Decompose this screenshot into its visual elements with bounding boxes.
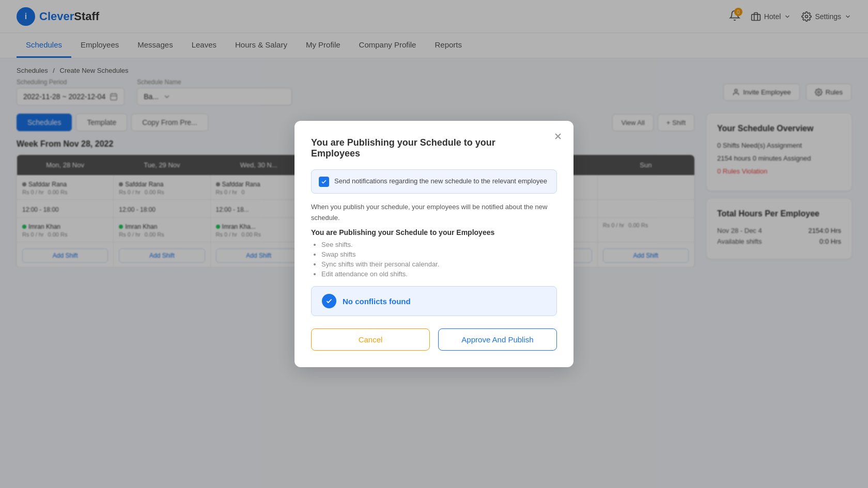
modal-close-button[interactable] — [553, 131, 563, 145]
modal-title: You are Publishing your Schedule to your… — [311, 137, 557, 159]
list-item-1: See shifts. — [321, 241, 557, 248]
checkbox-checked-icon — [319, 177, 329, 187]
list-item-2: Swap shifts — [321, 250, 557, 258]
modal-overlay: You are Publishing your Schedule to your… — [0, 0, 868, 267]
modal-list: See shifts. Swap shifts Sync shifts with… — [311, 241, 557, 267]
checkbox-label: Send notifications regarding the new sch… — [334, 176, 547, 186]
notification-checkbox-row[interactable]: Send notifications regarding the new sch… — [311, 169, 557, 194]
modal-subheading: You are Publishing your Schedule to your… — [311, 228, 557, 237]
publish-modal: You are Publishing your Schedule to your… — [295, 121, 574, 267]
list-item-3: Sync shifts with their personal calendar… — [321, 260, 557, 267]
modal-body-text: When you publish your schedule, your emp… — [311, 202, 557, 224]
